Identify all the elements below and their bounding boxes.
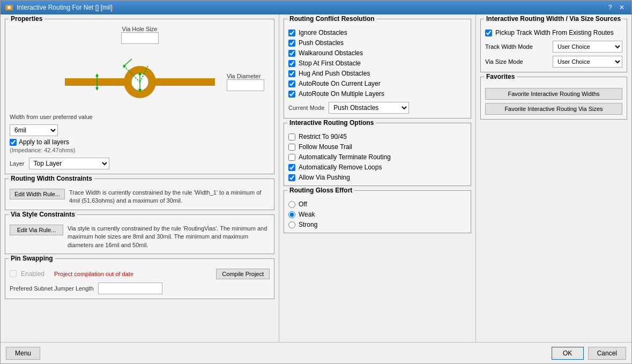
track-width-mode-select[interactable]: User Choice Rule Preferred Closest to La… [553, 41, 622, 53]
via-svg [65, 42, 215, 112]
middle-panel: Routing Conflict Resolution Ignore Obsta… [279, 14, 476, 342]
routing-options-title: Interactive Routing Options [287, 119, 376, 127]
app-icon [5, 3, 13, 12]
width-label: Width from user preferred value [10, 114, 270, 120]
svg-line-11 [124, 59, 132, 66]
apply-all-layers-checkbox[interactable] [10, 139, 17, 146]
footer-left: Menu [6, 347, 40, 360]
left-panel: Properties Via Hole Size 12mil [1, 14, 279, 342]
gloss-weak-radio[interactable] [288, 211, 295, 218]
pin-swap-warning: Project compilation out of date [54, 271, 133, 277]
routing-conflict-section: Routing Conflict Resolution Ignore Obsta… [284, 19, 471, 118]
gloss-title: Routing Gloss Effort [287, 187, 354, 194]
stop-at-first-label: Stop At First Obstacle [299, 60, 361, 67]
svg-marker-15 [95, 87, 99, 91]
via-style-constraints: Via Style Constraints Edit Via Rule... V… [5, 214, 274, 254]
close-button[interactable]: ✕ [616, 3, 627, 12]
pickup-track-width-label: Pickup Track Width From Existing Routes [495, 29, 614, 36]
auto-terminate-label: Automatically Terminate Routing [299, 153, 391, 161]
svg-marker-14 [95, 73, 99, 77]
routing-width-title: Routing Width Constraints [9, 175, 94, 182]
pin-swap-enabled-label: Enabled [21, 270, 44, 278]
ignore-obstacles-checkbox[interactable] [288, 29, 295, 36]
footer-right: OK Cancel [552, 347, 626, 360]
auto-remove-loops-checkbox[interactable] [288, 164, 295, 171]
restrict-90-45-label: Restrict To 90/45 [299, 133, 347, 140]
follow-mouse-checkbox[interactable] [288, 144, 295, 151]
favorites-section: Favorites Favorite Interactive Routing W… [480, 77, 627, 120]
walkaround-obstacles-checkbox[interactable] [288, 50, 295, 57]
ok-button[interactable]: OK [552, 347, 584, 360]
via-hole-size-input[interactable]: 12mil [121, 32, 159, 44]
preferred-length-input[interactable]: 20mil [98, 283, 162, 294]
hug-push-checkbox[interactable] [288, 70, 295, 77]
via-diagram: Via Hole Size 12mil [10, 26, 270, 112]
follow-mouse-label: Follow Mouse Trail [299, 143, 352, 151]
impedance-text: (Impedance: 42.47ohms) [10, 147, 270, 153]
width-select[interactable]: 6mil 4mil 8mil [10, 124, 58, 136]
pin-swap-title: Pin Swapping [9, 255, 55, 262]
walkaround-obstacles-label: Walkaround Obstacles [299, 49, 363, 57]
favorite-routing-via-button[interactable]: Favorite Interactive Routing Via Sizes [485, 103, 622, 115]
routing-width-text: Trace Width is currently constrained by … [69, 189, 270, 205]
edit-via-rule-button[interactable]: Edit Via Rule... [10, 225, 63, 235]
push-obstacles-label: Push Obstacles [299, 39, 344, 47]
routing-options-section: Interactive Routing Options Restrict To … [284, 123, 471, 186]
help-button[interactable]: ? [605, 3, 615, 12]
dialog-window: Interactive Routing For Net [] [mil] ? ✕… [0, 0, 632, 364]
layer-label: Layer [10, 160, 25, 167]
gloss-weak-label: Weak [299, 211, 315, 218]
push-obstacles-checkbox[interactable] [288, 40, 295, 47]
ignore-obstacles-label: Ignore Obstacles [299, 29, 347, 36]
gloss-off-radio[interactable] [288, 201, 295, 208]
window-title: Interactive Routing For Net [] [mil] [17, 4, 113, 11]
gloss-section: Routing Gloss Effort Off Weak Strong [284, 190, 471, 233]
dialog-body: Properties Via Hole Size 12mil [1, 14, 631, 342]
title-buttons: ? ✕ [605, 3, 627, 12]
favorite-routing-widths-button[interactable]: Favorite Interactive Routing Widths [485, 88, 622, 100]
apply-all-layers-label: Apply to all layers [19, 138, 69, 146]
pin-swapping-section: Pin Swapping Enabled Project compilation… [5, 258, 274, 299]
svg-point-1 [8, 6, 11, 9]
via-diameter-input[interactable]: 25mil [227, 79, 264, 91]
autoroute-multiple-label: AutoRoute On Multiple Layers [299, 90, 384, 98]
current-mode-label: Current Mode [288, 105, 324, 111]
pickup-track-width-checkbox[interactable] [485, 29, 492, 36]
stop-at-first-checkbox[interactable] [288, 60, 295, 67]
conflict-title: Routing Conflict Resolution [287, 15, 377, 23]
edit-width-rule-button[interactable]: Edit Width Rule... [10, 189, 65, 199]
via-size-mode-select[interactable]: User Choice Rule Preferred [553, 56, 622, 68]
gloss-strong-label: Strong [299, 221, 317, 228]
favorites-title: Favorites [484, 73, 517, 80]
hug-push-label: Hug And Push Obstacles [299, 70, 370, 77]
track-width-mode-label: Track Width Mode [485, 43, 533, 50]
auto-terminate-checkbox[interactable] [288, 154, 295, 161]
via-hole-size-label: Via Hole Size [121, 26, 159, 32]
restrict-90-45-checkbox[interactable] [288, 133, 295, 140]
preferred-length-label: Prefered Subnet Jumper Length [10, 285, 94, 292]
allow-via-pushing-label: Allow Via Pushing [299, 174, 350, 181]
current-mode-select[interactable]: Push Obstacles Ignore Obstacles Walkarou… [329, 102, 409, 114]
menu-button[interactable]: Menu [6, 347, 40, 360]
pin-swap-enabled-checkbox[interactable] [10, 270, 17, 277]
layer-select[interactable]: Top Layer Bottom Layer Mid Layer 1 [29, 158, 109, 169]
via-style-title: Via Style Constraints [9, 211, 77, 218]
via-size-mode-label: Via Size Mode [485, 58, 523, 65]
gloss-off-label: Off [299, 200, 307, 208]
autoroute-multiple-checkbox[interactable] [288, 91, 295, 98]
gloss-strong-radio[interactable] [288, 221, 295, 228]
via-diameter-label: Via Diameter [227, 73, 264, 79]
allow-via-pushing-checkbox[interactable] [288, 174, 295, 181]
properties-title: Properties [9, 15, 44, 23]
routing-width-sources-section: Interactive Routing Width / Via Size Sou… [480, 19, 627, 72]
right-panel: Interactive Routing Width / Via Size Sou… [476, 14, 631, 342]
autoroute-current-label: AutoRoute On Current Layer [299, 80, 381, 87]
cancel-button[interactable]: Cancel [588, 347, 626, 360]
compile-project-button[interactable]: Compile Project [216, 269, 270, 279]
title-bar: Interactive Routing For Net [] [mil] ? ✕ [1, 1, 631, 14]
autoroute-current-checkbox[interactable] [288, 80, 295, 87]
routing-width-sources-title: Interactive Routing Width / Via Size Sou… [484, 15, 623, 23]
properties-section: Properties Via Hole Size 12mil [5, 19, 274, 174]
routing-width-constraints: Routing Width Constraints Edit Width Rul… [5, 179, 274, 210]
auto-remove-loops-label: Automatically Remove Loops [299, 164, 382, 171]
